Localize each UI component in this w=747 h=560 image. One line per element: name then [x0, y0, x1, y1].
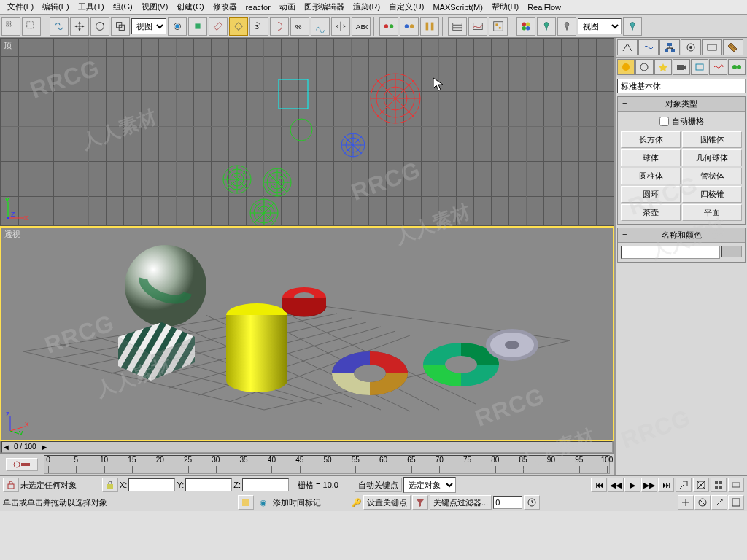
menu-animation[interactable]: 动画 — [275, 0, 300, 14]
refcoord-dropdown[interactable]: 视图 — [131, 18, 166, 34]
menu-reactor[interactable]: reactor — [241, 1, 275, 13]
menu-help[interactable]: 帮助(H) — [487, 0, 523, 14]
mirror-button[interactable] — [331, 17, 350, 36]
autogrid-checkbox[interactable] — [659, 117, 669, 126]
menu-file[interactable]: 文件(F) — [3, 0, 38, 14]
menu-view[interactable]: 视图(V) — [137, 0, 173, 14]
lock-button[interactable] — [3, 478, 19, 492]
primitive-0[interactable]: 长方体 — [621, 131, 681, 148]
nav-pan-button[interactable] — [678, 495, 694, 510]
subtab-lights[interactable] — [654, 59, 672, 75]
keyfilter-icon[interactable] — [412, 495, 428, 510]
render-button[interactable] — [557, 17, 576, 36]
menu-tools[interactable]: 工具(T) — [74, 0, 109, 14]
menu-group[interactable]: 组(G) — [109, 0, 137, 14]
rollout-type-header[interactable]: 对象类型 — [618, 97, 745, 112]
coord-z-input[interactable] — [242, 478, 289, 491]
primitive-7[interactable]: 四棱锥 — [682, 186, 742, 203]
nav-orbit-button[interactable] — [694, 495, 711, 510]
render-setup-button[interactable] — [537, 17, 556, 36]
script-listener-button[interactable] — [238, 495, 254, 510]
next-frame-button[interactable]: ▶▶ — [641, 478, 657, 492]
spinner-snap-button[interactable]: % — [290, 17, 309, 36]
category-dropdown[interactable]: 标准基本体 — [617, 79, 746, 93]
tab-hierarchy[interactable] — [659, 39, 680, 55]
tab-motion[interactable] — [681, 39, 701, 55]
render-view-dropdown[interactable]: 视图 — [578, 18, 622, 34]
primitive-6[interactable]: 圆环 — [621, 186, 681, 203]
add-time-marker[interactable]: 添加时间标记 — [273, 497, 321, 508]
timeline-track[interactable]: 0510152025303540455055606570758085909510… — [44, 455, 610, 474]
menu-render[interactable]: 渲染(R) — [349, 0, 384, 14]
select-button[interactable] — [70, 17, 89, 36]
quick-render-button[interactable] — [623, 17, 642, 36]
object-name-input[interactable] — [621, 246, 720, 259]
subtab-systems[interactable] — [728, 59, 746, 75]
manip-button[interactable] — [209, 17, 228, 36]
nav-zoom-button[interactable] — [676, 478, 692, 492]
selectmove-button[interactable] — [188, 17, 207, 36]
play-button[interactable]: ▶ — [624, 478, 640, 492]
menu-realflow[interactable]: RealFlow — [523, 1, 565, 13]
prev-frame-button[interactable]: ◀◀ — [608, 478, 624, 492]
goto-start-button[interactable]: ⏮ — [591, 478, 607, 492]
tab-create[interactable] — [617, 39, 638, 55]
angle-snap-button[interactable]: 3 — [249, 17, 268, 36]
autokey-button[interactable]: 自动关键点 — [355, 478, 402, 492]
snap-button[interactable] — [229, 17, 248, 36]
current-frame-input[interactable] — [493, 496, 522, 509]
viewport-top[interactable]: 顶 yxz — [0, 38, 614, 226]
tab-modify[interactable] — [638, 39, 659, 55]
time-config-button[interactable] — [524, 495, 540, 510]
timeline[interactable]: 0510152025303540455055606570758085909510… — [0, 453, 614, 475]
scale-button[interactable] — [111, 17, 130, 36]
subtab-geometry[interactable] — [617, 59, 635, 75]
nav-dolly-button[interactable] — [711, 495, 727, 510]
primitive-4[interactable]: 圆柱体 — [621, 168, 681, 184]
keymode-dropdown[interactable]: 选定对象 — [403, 477, 456, 493]
subtab-spacewarps[interactable] — [709, 59, 727, 75]
tab-utilities[interactable] — [723, 39, 743, 55]
primitive-8[interactable]: 茶壶 — [621, 204, 681, 221]
coord-y-input[interactable] — [185, 478, 232, 491]
spacing-button[interactable] — [420, 17, 439, 36]
layers-button[interactable] — [448, 17, 467, 36]
menu-customize[interactable]: 自定义(U) — [384, 0, 428, 14]
nav-fov-button[interactable] — [728, 478, 744, 492]
menu-edit[interactable]: 编辑(E) — [38, 0, 74, 14]
schematic-button[interactable] — [489, 17, 508, 36]
menu-maxscript[interactable]: MAXScript(M) — [428, 1, 487, 13]
timeline-key-icon[interactable] — [6, 458, 38, 471]
color-swatch[interactable] — [721, 246, 742, 257]
subtab-helpers[interactable] — [691, 59, 708, 75]
primitive-1[interactable]: 圆锥体 — [682, 131, 742, 148]
tab-display[interactable] — [702, 39, 722, 55]
curve-editor-button[interactable] — [468, 17, 487, 36]
named-sel-button[interactable] — [311, 17, 330, 36]
nav-zoomextents-button[interactable] — [711, 478, 727, 492]
nav-maximize-button[interactable] — [728, 495, 744, 510]
menu-modifiers[interactable]: 修改器 — [209, 0, 241, 14]
snapshot-button[interactable] — [400, 17, 419, 36]
link-button[interactable] — [50, 17, 69, 36]
menu-grapheditors[interactable]: 图形编辑器 — [300, 0, 349, 14]
goto-end-button[interactable]: ⏭ — [658, 478, 674, 492]
subtab-cameras[interactable] — [673, 59, 690, 75]
coord-x-input[interactable] — [128, 478, 175, 491]
viewport-perspective[interactable]: 透视 zxy — [0, 226, 614, 441]
primitive-9[interactable]: 平面 — [682, 204, 742, 221]
menu-create[interactable]: 创建(C) — [172, 0, 208, 14]
lock-selection-button[interactable] — [102, 478, 118, 492]
material-editor-button[interactable] — [516, 17, 535, 36]
undo-button[interactable] — [1, 17, 20, 36]
rotate-button[interactable] — [90, 17, 109, 36]
time-slider[interactable]: ◄ 0 / 100 ► — [1, 441, 613, 453]
primitive-5[interactable]: 管状体 — [682, 168, 742, 184]
setkey-button[interactable]: 设置关键点 — [363, 495, 411, 510]
align-button[interactable]: ABC — [352, 17, 371, 36]
percent-snap-button[interactable] — [270, 17, 289, 36]
keyfilter-button[interactable]: 关键点过滤器... — [430, 495, 492, 510]
array-button[interactable] — [379, 17, 398, 36]
primitive-3[interactable]: 几何球体 — [682, 149, 742, 166]
redo-button[interactable] — [22, 17, 41, 36]
